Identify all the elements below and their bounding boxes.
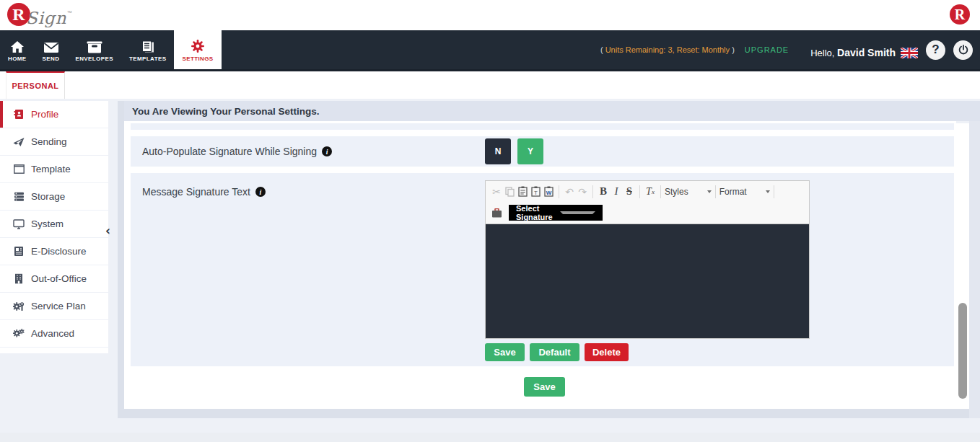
auto-populate-label: Auto-Populate Signature While Signing i bbox=[142, 136, 332, 167]
sidebar-item-out-of-office[interactable]: Out-of-Office bbox=[0, 265, 108, 292]
rsign-logo-tm: ™ bbox=[67, 10, 72, 15]
scrollbar-track[interactable] bbox=[956, 123, 969, 409]
personal-settings-banner: You Are Viewing Your Personal Settings. bbox=[124, 101, 980, 121]
nav-label: ENVELOPES bbox=[75, 56, 113, 62]
info-icon[interactable]: i bbox=[255, 187, 266, 197]
gear-wrench-icon bbox=[13, 301, 25, 312]
server-icon bbox=[13, 191, 25, 203]
delete-button[interactable]: Delete bbox=[585, 343, 629, 361]
styles-dropdown[interactable]: Styles bbox=[665, 187, 712, 197]
chevron-down-icon bbox=[766, 190, 770, 193]
rsign-logo[interactable]: R Sign ™ bbox=[7, 3, 72, 27]
partial-row-above bbox=[131, 123, 954, 130]
nav-item-envelopes[interactable]: ENVELOPES bbox=[67, 30, 121, 69]
gears-icon bbox=[13, 328, 25, 340]
user-greeting: Hello, David Smith bbox=[810, 47, 896, 58]
toolbar-separator bbox=[639, 185, 640, 198]
briefcase-icon[interactable] bbox=[490, 205, 503, 221]
nav-item-send[interactable]: SEND bbox=[35, 30, 68, 69]
monitor-icon bbox=[13, 218, 25, 230]
toolbar-separator bbox=[592, 185, 593, 198]
sidebar-item-e-disclosure[interactable]: E-Disclosure bbox=[0, 238, 108, 265]
sidebar-item-template[interactable]: Template bbox=[0, 156, 108, 182]
bold-button[interactable]: B bbox=[597, 184, 610, 200]
sidebar-item-label: Out-of-Office bbox=[31, 273, 87, 284]
editor-toolbar-row1: ✂ T W ↶ ↷ bbox=[486, 181, 809, 202]
nav-item-settings[interactable]: SETTINGS bbox=[174, 30, 221, 69]
nav-label: SETTINGS bbox=[182, 56, 213, 62]
sidebar-item-profile[interactable]: Profile bbox=[0, 101, 108, 128]
envelopes-box-icon bbox=[87, 37, 102, 53]
remove-format-button[interactable]: Tx bbox=[644, 184, 657, 200]
paste-plain-letter: T bbox=[534, 190, 538, 196]
sidebar-item-label: Storage bbox=[31, 191, 65, 202]
uk-flag-icon[interactable] bbox=[901, 48, 918, 58]
rsign-settings-page: R Sign ™ R HOME SEND bbox=[0, 0, 980, 442]
sidebar-partial-item bbox=[0, 348, 108, 353]
address-book-icon bbox=[13, 109, 25, 120]
signature-rich-text-editor: ✂ T W ↶ ↷ bbox=[485, 180, 810, 339]
help-button[interactable]: ? bbox=[926, 40, 945, 60]
toggle-no-button[interactable]: N bbox=[485, 138, 511, 164]
logout-button[interactable] bbox=[953, 40, 973, 60]
default-button[interactable]: Default bbox=[530, 343, 579, 361]
scrollbar-thumb[interactable] bbox=[958, 303, 967, 399]
save-settings-button[interactable]: Save bbox=[524, 377, 565, 397]
units-remaining-text: ( Units Remaining: 3, Reset: Monthly ) bbox=[600, 45, 735, 54]
tab-personal[interactable]: PERSONAL bbox=[6, 71, 65, 99]
nav-label: TEMPLATES bbox=[129, 56, 166, 62]
content-left-gutter bbox=[118, 101, 124, 418]
undo-icon[interactable]: ↶ bbox=[563, 184, 576, 200]
strikethrough-button[interactable]: S bbox=[623, 184, 636, 200]
sidebar-item-label: Service Plan bbox=[31, 301, 86, 311]
building-icon bbox=[13, 273, 25, 285]
sidebar-item-advanced[interactable]: Advanced bbox=[0, 320, 108, 347]
nav-item-templates[interactable]: TEMPLATES bbox=[121, 30, 174, 69]
paste-icon[interactable] bbox=[516, 184, 529, 200]
banner-text: You Are Viewing Your Personal Settings. bbox=[132, 106, 320, 117]
gear-icon bbox=[191, 37, 205, 53]
signature-editor-body[interactable] bbox=[486, 224, 809, 338]
toolbar-separator bbox=[660, 185, 661, 198]
ny-toggle: N Y bbox=[485, 138, 543, 164]
editor-toolbar-row2: Select Signature bbox=[486, 202, 809, 224]
content-right-gutter bbox=[969, 121, 980, 418]
sidebar-item-service-plan[interactable]: Service Plan bbox=[0, 293, 108, 319]
sidebar-item-label: Profile bbox=[31, 109, 58, 120]
select-signature-dropdown[interactable]: Select Signature bbox=[509, 205, 603, 221]
italic-button[interactable]: I bbox=[610, 184, 623, 200]
cut-icon[interactable]: ✂ bbox=[490, 184, 503, 200]
sidebar-item-sending[interactable]: Sending bbox=[0, 128, 108, 155]
power-icon bbox=[958, 45, 968, 55]
copy-icon[interactable] bbox=[503, 184, 516, 200]
chevron-down-icon bbox=[560, 211, 595, 214]
document-icon bbox=[13, 246, 25, 257]
toolbar-separator bbox=[774, 185, 774, 198]
paste-plain-text-icon[interactable]: T bbox=[529, 184, 542, 200]
sidebar-item-label: E-Disclosure bbox=[31, 246, 87, 257]
window-icon bbox=[13, 164, 25, 175]
paper-plane-icon bbox=[13, 136, 25, 148]
sidebar-item-label: Sending bbox=[31, 136, 67, 147]
info-icon[interactable]: i bbox=[322, 146, 332, 156]
sidebar-item-system[interactable]: System bbox=[0, 211, 108, 237]
nav-item-home[interactable]: HOME bbox=[0, 30, 35, 69]
rsign-logo-script: Sign bbox=[26, 9, 67, 27]
toolbar-separator bbox=[559, 185, 559, 198]
question-mark-icon: ? bbox=[932, 43, 939, 57]
toggle-yes-button[interactable]: Y bbox=[517, 138, 543, 164]
paste-from-word-icon[interactable]: W bbox=[542, 184, 555, 200]
nav-items: HOME SEND ENVELOPES TEMPLATES bbox=[0, 30, 222, 69]
redo-icon[interactable]: ↷ bbox=[576, 184, 589, 200]
toolbar-separator bbox=[715, 185, 716, 198]
upgrade-link[interactable]: UPGRADE bbox=[745, 45, 789, 54]
auto-populate-row: Auto-Populate Signature While Signing i … bbox=[131, 136, 954, 167]
sidebar-item-label: System bbox=[31, 218, 64, 229]
envelope-icon bbox=[43, 37, 59, 53]
rpost-logo-icon[interactable]: R bbox=[950, 4, 970, 25]
format-dropdown[interactable]: Format bbox=[719, 187, 770, 197]
main-navbar: HOME SEND ENVELOPES TEMPLATES bbox=[0, 30, 980, 71]
sidebar-collapse-chevron-icon[interactable]: ‹ bbox=[105, 224, 110, 238]
save-button[interactable]: Save bbox=[485, 343, 525, 361]
sidebar-item-storage[interactable]: Storage bbox=[0, 183, 108, 210]
